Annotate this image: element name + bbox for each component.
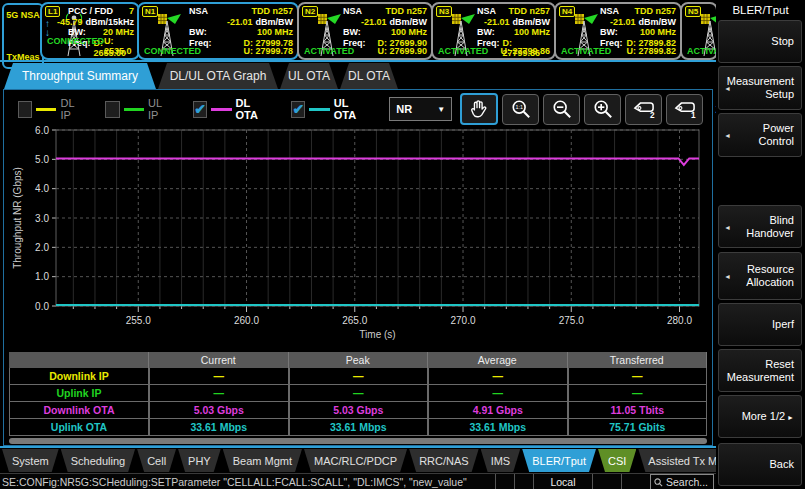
- function-tab-phy[interactable]: PHY: [178, 449, 221, 472]
- cell-box-n4[interactable]: N4NSATDD n257-21.01dBm/BWBW:100 MHzFreq:…: [554, 2, 682, 60]
- iperf-button[interactable]: Iperf: [718, 303, 802, 346]
- more-right-arrow-icon: ►: [787, 414, 794, 421]
- cell-state-row: CONNECTEDU: 2535.0: [47, 36, 134, 56]
- status-cell-empty-1: [495, 474, 514, 489]
- softkey-label-line: Resource: [747, 263, 794, 276]
- horizontal-scrollbar[interactable]: [9, 438, 707, 444]
- resource-allocation-button[interactable]: ◄ResourceAllocation: [718, 252, 802, 300]
- measurement-setup-button[interactable]: ◄MeasurementSetup: [718, 66, 802, 110]
- legend-item-ul-ota: ✔UL OTA: [291, 97, 366, 121]
- softkey-label-line: More 1/2►: [742, 410, 794, 424]
- row-label-downlink-ip: Downlink IP: [9, 368, 149, 385]
- status-cell-empty-4: [621, 474, 650, 489]
- legend-item-dl-ip: DL IP: [18, 97, 82, 121]
- table-cell: 75.71 Gbits: [568, 419, 708, 436]
- function-tab-system[interactable]: System: [2, 449, 59, 472]
- tab-ul-ota[interactable]: UL OTA: [280, 63, 338, 89]
- blind-handover-button[interactable]: ◄BlindHandover: [718, 205, 802, 248]
- function-tab-scheduling[interactable]: Scheduling: [61, 449, 135, 472]
- submenu-left-arrow-icon: ◄: [724, 270, 731, 283]
- function-tab-cell[interactable]: Cell: [137, 449, 176, 472]
- legend-line-swatch: [124, 108, 144, 111]
- zoomout-icon: [551, 99, 573, 119]
- tab-dl-ota[interactable]: DL OTA: [340, 63, 398, 89]
- more-1-2-button[interactable]: More 1/2►: [718, 395, 802, 438]
- x-tick-label: 275.0: [559, 315, 584, 326]
- checkbox-ul-ota[interactable]: ✔: [291, 101, 305, 118]
- tab-dl-ul-ota-graph[interactable]: DL/UL OTA Graph: [158, 63, 278, 89]
- function-tab-rrc-nas[interactable]: RRC/NAS: [409, 449, 479, 472]
- table-cell: —: [428, 368, 568, 385]
- marker-1-button[interactable]: 1: [666, 94, 703, 125]
- legend-label: DL IP: [60, 97, 82, 121]
- y-tick-label: 2.0: [35, 242, 49, 253]
- function-tab-mac-rlc-pdcp[interactable]: MAC/RLC/PDCP: [304, 449, 407, 472]
- zoom-in-button[interactable]: [584, 94, 621, 125]
- legend-label: UL IP: [148, 97, 170, 121]
- row-label-uplink-ip: Uplink IP: [9, 385, 149, 402]
- checkbox-dl-ip[interactable]: [18, 101, 32, 118]
- checkbox-ul-ip[interactable]: [105, 101, 119, 118]
- zoom-out-button[interactable]: [543, 94, 580, 125]
- function-tab-beam-mgmt[interactable]: Beam Mgmt: [223, 449, 302, 472]
- function-tab-csi[interactable]: CSI: [598, 449, 636, 472]
- cell-box-n2[interactable]: N2NSATDD n257-21.01dBm/BWBW:100 MHzFreq:…: [297, 2, 433, 60]
- throughput-table: CurrentPeakAverageTransferredDownlink IP…: [9, 352, 707, 436]
- marker-icon: 1: [673, 99, 697, 119]
- x-axis-title: Time (s): [359, 329, 395, 340]
- cell-state-row: ACTIVA: [687, 46, 712, 56]
- svg-text:1: 1: [691, 111, 696, 119]
- function-tab-bler-tput[interactable]: BLER/Tput: [522, 449, 596, 472]
- softkey-menu-title: BLER/Tput: [716, 4, 805, 16]
- submenu-left-arrow-icon: ◄: [724, 82, 731, 95]
- softkey-label-line: Reset: [765, 358, 794, 371]
- search-input[interactable]: Search...: [650, 474, 714, 489]
- softkey-label-line: Stop: [771, 35, 794, 48]
- throughput-summary-panel: DL IPUL IP✔DL OTA✔UL OTA NR ▼ 1:121 2822…: [3, 89, 713, 446]
- svg-text:2: 2: [650, 111, 655, 119]
- stop-button[interactable]: Stop: [718, 20, 802, 63]
- softkey-label-line: Measurement: [727, 371, 794, 384]
- power-control-button[interactable]: ◄PowerControl: [718, 113, 802, 157]
- table-cell: 33.61 Mbps: [149, 419, 289, 436]
- zoom-original-button[interactable]: 1:1: [502, 94, 539, 125]
- cell-type-row: NSATDD n257: [600, 6, 676, 17]
- cell-box-n1[interactable]: N1NSATDD n257-21.01dBm/BWBW:100 MHzFreq:…: [137, 2, 299, 60]
- zoom11-icon: 1:1: [510, 99, 532, 119]
- local-remote-indicator[interactable]: Local: [533, 474, 592, 489]
- cell-box-n3[interactable]: N3NSATDD n257-21.01dBm/BWBW:100 MHzFreq:…: [431, 2, 556, 60]
- cell-box-l1[interactable]: L1↑↓PCC / FDD7-45.79dBm/15kHzBW:20 MHzFr…: [40, 2, 140, 60]
- table-header-transferred: Transferred: [568, 352, 708, 368]
- cell-box-n5[interactable]: N5ACTIVA: [680, 2, 718, 60]
- back-button[interactable]: Back: [718, 443, 802, 486]
- cell-bw-row: BW:100 MHz: [477, 27, 550, 38]
- x-tick-label: 260.0: [234, 315, 259, 326]
- legend-label: DL OTA: [236, 97, 269, 121]
- technology-select[interactable]: NR ▼: [389, 97, 452, 121]
- tab-throughput-summary[interactable]: Throughput Summary: [4, 63, 156, 89]
- y-tick-label: 3.0: [35, 213, 49, 224]
- pan-hand-button[interactable]: [460, 93, 498, 125]
- function-tab-ims[interactable]: IMS: [481, 449, 521, 472]
- cell-type-row: NSATDD n257: [477, 6, 550, 17]
- x-tick-label: 280.0: [667, 315, 692, 326]
- reset-measurement-button[interactable]: ResetMeasurement: [718, 349, 802, 392]
- cell-state-row: ACTIVATEDU: 27699.90: [304, 46, 427, 56]
- legend-item-dl-ota: ✔DL OTA: [193, 97, 268, 121]
- cell-bw-row: BW:100 MHz: [600, 27, 676, 38]
- table-header-peak: Peak: [289, 352, 429, 368]
- y-tick-label: 4.0: [35, 183, 49, 194]
- legend-line-swatch: [211, 108, 231, 111]
- softkey-label-line: Back: [770, 458, 794, 471]
- marker-2-button[interactable]: 2: [625, 94, 662, 125]
- search-placeholder: Search...: [666, 476, 708, 488]
- row-label-uplink-ota: Uplink OTA: [9, 419, 149, 436]
- submenu-left-arrow-icon: ◄: [724, 220, 731, 233]
- x-tick-label: 255.0: [126, 315, 151, 326]
- measurement-tab-bar: Throughput SummaryDL/UL OTA GraphUL OTAD…: [0, 62, 716, 89]
- table-header-blank: [9, 352, 149, 368]
- status-cell-empty-2: [514, 474, 533, 489]
- throughput-chart[interactable]: 0.01.02.03.04.05.06.0255.0260.0265.0270.…: [9, 124, 707, 348]
- checkbox-dl-ota[interactable]: ✔: [193, 101, 207, 118]
- cell-state-row: CONNECTEDU: 27999.78: [144, 46, 293, 56]
